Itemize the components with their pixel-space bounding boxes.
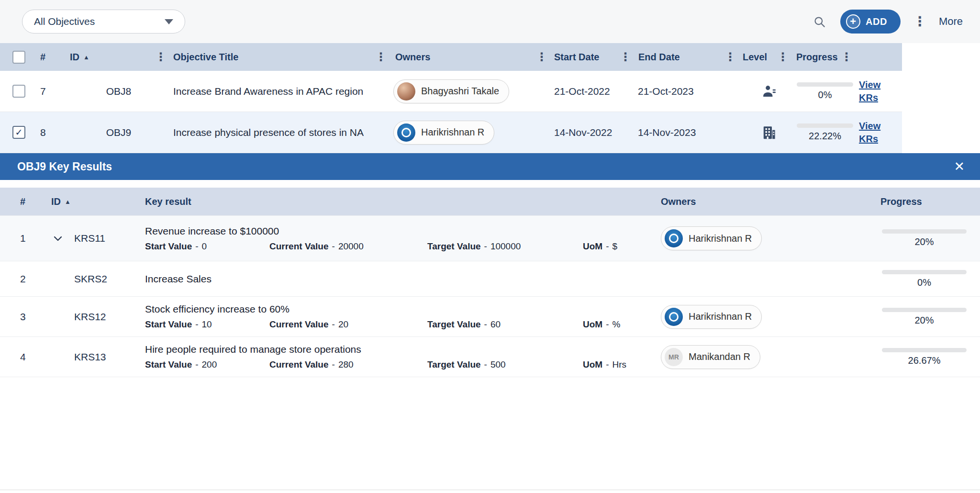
start-date: 14-Nov-2022: [554, 127, 612, 138]
kr-values: Start Value-200 Current Value-280 Target…: [145, 359, 661, 370]
column-menu-icon[interactable]: ⋮: [724, 51, 736, 63]
kr-id: SKRS2: [74, 273, 107, 285]
progress-label: 20%: [914, 236, 934, 247]
avatar: [397, 123, 415, 142]
column-header-end-date[interactable]: End Date: [638, 52, 680, 63]
avatar: [665, 229, 683, 247]
column-header-progress[interactable]: Progress: [796, 52, 838, 63]
progress-indicator: 20%: [882, 308, 967, 326]
kr-row-number: 2: [20, 273, 26, 285]
column-menu-icon[interactable]: ⋮: [841, 51, 852, 63]
toolbar: All Objectives + ADD ⋮ More: [0, 0, 980, 43]
view-krs-link[interactable]: View KRs: [859, 78, 880, 104]
chevron-down-icon: [165, 19, 173, 24]
objective-title: Increase Brand Awareness in APAC region: [173, 86, 363, 97]
building-level-icon: [761, 124, 777, 140]
kr-title: Hire people required to manage store ope…: [145, 344, 361, 355]
kr-values: Start Value-0 Current Value-20000 Target…: [145, 241, 661, 252]
objectives-filter-label: All Objectives: [34, 16, 95, 27]
column-menu-icon[interactable]: ⋮: [155, 51, 167, 63]
kr-id: KRS11: [74, 233, 105, 244]
row-checkbox[interactable]: ✓: [12, 126, 25, 139]
check-icon: ✓: [15, 127, 23, 138]
person-level-icon: [761, 83, 777, 99]
more-menu[interactable]: More: [939, 15, 963, 28]
objective-row[interactable]: ✓ 8 OBJ9 Increase physical presence of s…: [0, 112, 902, 153]
column-header-id[interactable]: ID: [70, 52, 79, 63]
row-checkbox[interactable]: ✓: [12, 85, 25, 98]
more-options-kebab-icon[interactable]: ⋮: [913, 15, 926, 28]
kr-column-header-progress: Progress: [880, 196, 922, 207]
kr-column-header-key-result: Key result: [145, 196, 191, 207]
kr-row[interactable]: 2 SKRS2 Increase Sales 0%: [0, 261, 980, 297]
column-menu-icon[interactable]: ⋮: [375, 51, 387, 63]
close-icon[interactable]: ✕: [954, 160, 965, 173]
column-menu-icon[interactable]: ⋮: [536, 51, 547, 63]
kr-title: Revenue increase to $100000: [145, 225, 279, 237]
progress-indicator: 0%: [882, 270, 967, 288]
row-number: 7: [40, 86, 46, 97]
progress-indicator: 26.67%: [882, 348, 967, 366]
kr-row-number: 4: [20, 351, 26, 363]
kr-column-header-num: #: [20, 196, 25, 207]
objectives-filter-dropdown[interactable]: All Objectives: [22, 10, 185, 34]
row-number: 8: [40, 127, 46, 138]
select-all-checkbox[interactable]: ✓: [12, 51, 25, 64]
search-icon[interactable]: [811, 13, 828, 30]
add-button-label: ADD: [866, 16, 887, 27]
owner-chip: Harikrishnan R: [393, 121, 494, 145]
progress-label: 22.22%: [809, 131, 841, 142]
owner-name: Harikrishnan R: [421, 127, 484, 138]
owner-chip: Bhagyashri Takale: [393, 79, 509, 103]
column-header-num: #: [40, 52, 45, 63]
owner-name: Bhagyashri Takale: [421, 86, 499, 97]
kr-row[interactable]: 1 KRS11 Revenue increase to $100000 Star…: [0, 215, 980, 261]
owner-chip: MR Manikandan R: [661, 345, 760, 369]
avatar: [665, 308, 683, 326]
progress-label: 20%: [914, 315, 934, 326]
objective-title: Increase physical presence of stores in …: [173, 127, 364, 138]
objective-row[interactable]: ✓ 7 OBJ8 Increase Brand Awareness in APA…: [0, 71, 902, 112]
progress-indicator: 22.22%: [797, 123, 853, 142]
kr-panel-header: OBJ9 Key Results ✕: [0, 153, 980, 180]
kr-table-header: # ID ▲ Key result Owners Progress: [0, 188, 980, 215]
progress-indicator: 0%: [797, 82, 853, 101]
kr-row[interactable]: 3 KRS12 Stock efficiency increase to 60%…: [0, 297, 980, 337]
end-date: 21-Oct-2023: [638, 86, 694, 97]
kr-table: # ID ▲ Key result Owners Progress 1 KRS1…: [0, 188, 980, 490]
kr-values: Start Value-10 Current Value-20 Target V…: [145, 319, 661, 330]
kr-row[interactable]: 4 KRS13 Hire people required to manage s…: [0, 337, 980, 377]
sort-ascending-icon[interactable]: ▲: [65, 198, 71, 205]
column-menu-icon[interactable]: ⋮: [777, 51, 789, 63]
kr-panel-empty-area: [0, 377, 980, 490]
kr-row-number: 3: [20, 311, 26, 323]
add-button[interactable]: + ADD: [840, 10, 901, 34]
owner-chip: Harikrishnan R: [661, 226, 762, 250]
plus-icon: +: [846, 14, 860, 29]
column-header-title[interactable]: Objective Title: [173, 52, 238, 63]
end-date: 14-Nov-2023: [638, 127, 696, 138]
objective-id: OBJ8: [106, 86, 132, 97]
progress-label: 26.67%: [908, 355, 941, 366]
progress-label: 0%: [917, 277, 931, 288]
avatar: MR: [665, 348, 683, 366]
kr-title: Increase Sales: [145, 273, 212, 285]
objectives-table-header: ✓ # ID ▲ ⋮ Objective Title ⋮ Owners ⋮ St…: [0, 43, 902, 71]
owner-name: Harikrishnan R: [689, 311, 752, 322]
owner-name: Harikrishnan R: [689, 233, 752, 244]
column-header-start-date[interactable]: Start Date: [554, 52, 599, 63]
avatar: [397, 82, 415, 101]
objectives-table: ✓ # ID ▲ ⋮ Objective Title ⋮ Owners ⋮ St…: [0, 43, 902, 153]
expand-chevron-icon[interactable]: [52, 233, 64, 244]
start-date: 21-Oct-2022: [554, 86, 610, 97]
column-header-level[interactable]: Level: [743, 52, 767, 63]
progress-indicator: 20%: [882, 229, 967, 247]
view-krs-link[interactable]: View KRs: [859, 120, 880, 146]
sort-ascending-icon[interactable]: ▲: [83, 54, 89, 61]
owner-name: Manikandan R: [689, 351, 750, 362]
kr-id: KRS12: [74, 311, 106, 323]
column-header-owners[interactable]: Owners: [395, 52, 430, 63]
column-menu-icon[interactable]: ⋮: [620, 51, 631, 63]
kr-title: Stock efficiency increase to 60%: [145, 303, 290, 315]
kr-column-header-id[interactable]: ID: [51, 196, 61, 207]
